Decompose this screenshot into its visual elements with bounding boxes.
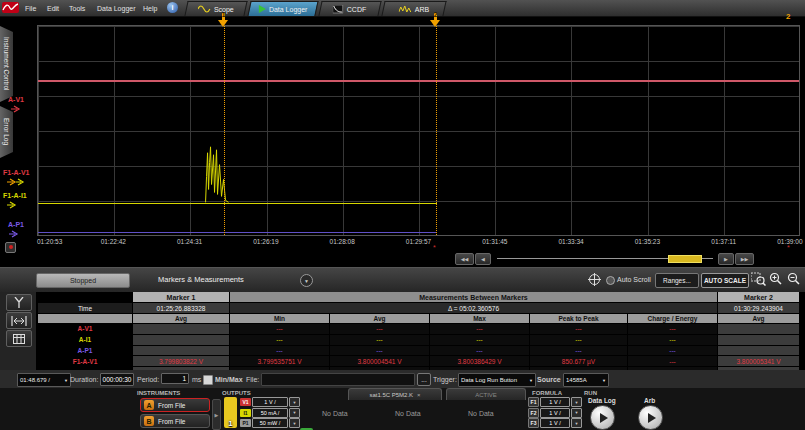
marker2-axis-tick-icon: *: [433, 244, 436, 251]
chevron-down-icon[interactable]: ▼: [571, 418, 582, 428]
info-icon[interactable]: i: [167, 2, 178, 13]
marker2-line[interactable]: [436, 26, 437, 235]
expand-handle[interactable]: ▶: [212, 399, 221, 430]
v1-scale-field[interactable]: 1 V /: [252, 397, 288, 407]
marker1-time: 01:25:26.883328: [133, 303, 230, 313]
markers-dropdown-button[interactable]: ▼: [300, 274, 313, 287]
scroll-first-button[interactable]: ◀◀: [455, 253, 474, 265]
tab-data-logger[interactable]: Data Logger: [247, 1, 318, 16]
range-dropdown[interactable]: 01:48.679 /▼: [17, 373, 71, 387]
source-label: Source: [537, 373, 561, 385]
period-label: Period:: [137, 373, 159, 385]
f2-scale-field[interactable]: 1 V /: [540, 408, 570, 418]
trace-arrow-icon: [6, 178, 26, 187]
zoom-in-icon[interactable]: [769, 272, 783, 287]
table-row: A-P1 --- --- --- --- ---: [38, 346, 800, 357]
output2-no-data: No Data: [322, 410, 348, 417]
chevron-down-icon[interactable]: ▼: [289, 418, 300, 428]
trace-label-f1-a-v1: F1-A-V1: [3, 169, 29, 176]
arb-play-button[interactable]: [638, 405, 663, 430]
chevron-down-icon[interactable]: ▼: [571, 397, 582, 407]
table-columns-row: Avg Min Avg Max Peak to Peak Charge / En…: [38, 314, 800, 324]
waveform-plot[interactable]: [37, 25, 800, 236]
file-field[interactable]: [261, 373, 415, 386]
marker2-edge-label: 2: [786, 12, 790, 21]
chevron-down-icon[interactable]: ▼: [289, 397, 300, 407]
scroll-next-button[interactable]: ▶: [718, 253, 734, 265]
menu-help[interactable]: Help: [140, 0, 160, 16]
tab-ccdf[interactable]: CCDF: [318, 1, 381, 16]
marker2-header: Marker 2: [718, 292, 800, 302]
instrument-b-button[interactable]: B From File: [140, 414, 210, 428]
chevron-down-icon[interactable]: ▼: [289, 408, 300, 418]
menu-data-logger[interactable]: Data Logger: [94, 0, 139, 16]
outputs-section-label: OUTPUTS: [222, 390, 251, 396]
scroll-prev-button[interactable]: ◀: [475, 253, 491, 265]
chevron-down-icon: ▼: [602, 378, 606, 383]
auto-scroll-radio[interactable]: [606, 276, 615, 285]
data-log-play-button[interactable]: [590, 405, 615, 430]
trigger-dropdown[interactable]: Data Log Run Button▼: [458, 373, 536, 387]
p1-scale-field[interactable]: 50 mW /: [252, 418, 288, 428]
table-time-row: Time 01:25:26.883328 Δ = 05:02.360576 01…: [38, 303, 800, 314]
play-icon: [600, 413, 608, 423]
browse-button[interactable]: ...: [417, 373, 431, 386]
f3-scale-field[interactable]: 1 V /: [540, 418, 570, 428]
sine-icon: [198, 5, 211, 13]
arb-run-label: Arb: [644, 397, 655, 404]
ranges-button[interactable]: Ranges...: [655, 273, 699, 288]
chevron-down-icon[interactable]: ▼: [571, 408, 582, 418]
crosshair-icon[interactable]: [588, 273, 601, 287]
close-icon[interactable]: ×: [417, 392, 421, 398]
marker-pair-icon[interactable]: [6, 312, 32, 329]
auto-scroll-label: Auto Scroll: [617, 276, 651, 283]
menubar: File Edit Tools Data Logger Help i Scope…: [0, 0, 805, 17]
auto-scale-button[interactable]: AUTO SCALE: [701, 273, 749, 288]
tab-scope[interactable]: Scope: [184, 1, 247, 16]
menu-file[interactable]: File: [22, 0, 39, 16]
output1-v-row: V1 1 V / ▼: [240, 397, 300, 407]
active-tab[interactable]: ACTIVE: [446, 388, 526, 400]
i1-scale-field[interactable]: 50 mA /: [252, 408, 288, 418]
marker1-handle[interactable]: 1: [218, 12, 229, 27]
source-dropdown[interactable]: 14585A▼: [563, 373, 609, 387]
menu-tools[interactable]: Tools: [66, 0, 88, 16]
marker1-line[interactable]: [224, 26, 225, 235]
trace-label-a-v1: A-V1: [8, 96, 24, 103]
minmax-label: Min/Max: [215, 373, 243, 385]
stopped-button[interactable]: Stopped: [36, 273, 130, 288]
marker2-handle[interactable]: 2: [430, 12, 441, 27]
trace-arrow-icon: [6, 201, 18, 210]
zoom-region-icon[interactable]: [751, 272, 766, 287]
trace-label-f1-a-i1: F1-A-I1: [3, 192, 27, 199]
trigger-label: Trigger:: [433, 373, 457, 385]
app-window: File Edit Tools Data Logger Help i Scope…: [0, 0, 805, 430]
table-header-row: Marker 1 Measurements Between Markers Ma…: [38, 292, 800, 303]
play-icon: [648, 413, 656, 423]
output3-no-data: No Data: [395, 410, 421, 417]
trace-arrow-icon: [8, 230, 20, 239]
period-field[interactable]: 1: [161, 373, 189, 384]
duration-field[interactable]: 000:00:30: [100, 373, 134, 386]
markers-measurements-label: Markers & Measurements: [158, 275, 244, 284]
ccdf-curve-icon: [333, 5, 344, 14]
scroll-thumb[interactable]: [668, 255, 702, 263]
trace-label-a-p1: A-P1: [8, 221, 24, 228]
output1-bar[interactable]: 1: [224, 397, 237, 428]
output4-no-data: No Data: [468, 410, 494, 417]
file-tab[interactable]: sat1.5C P5M2.K×: [348, 388, 442, 400]
scroll-last-button[interactable]: ▶▶: [735, 253, 754, 265]
table-view-icon[interactable]: [6, 330, 32, 347]
arb-waveform-icon: [399, 5, 412, 14]
measurements-table: Marker 1 Measurements Between Markers Ma…: [38, 292, 800, 378]
markers-tool-icon[interactable]: [6, 294, 32, 311]
menu-edit[interactable]: Edit: [44, 0, 62, 16]
minmax-checkbox[interactable]: [203, 375, 213, 385]
zoom-out-icon[interactable]: [787, 272, 801, 287]
instrument-a-button[interactable]: A From File: [140, 398, 210, 412]
f1-scale-field[interactable]: 1 V /: [540, 397, 570, 407]
bottom-panel: INSTRUMENTS OUTPUTS sat1.5C P5M2.K× ACTI…: [0, 388, 805, 430]
tab-instrument-control[interactable]: Instrument Control: [0, 26, 13, 102]
play-icon: [259, 5, 266, 13]
axis-end-marker-icon: *: [787, 244, 790, 251]
